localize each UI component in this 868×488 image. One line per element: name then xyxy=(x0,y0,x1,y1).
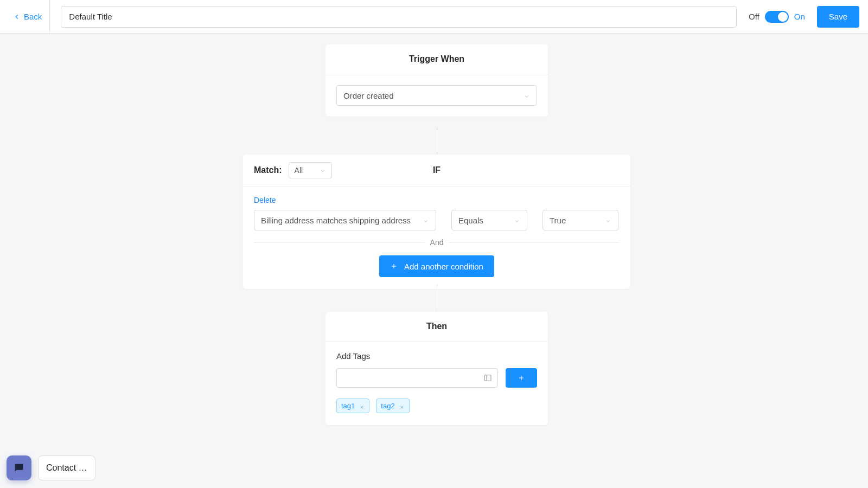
trigger-select[interactable]: Order created xyxy=(336,85,537,106)
enable-toggle[interactable] xyxy=(765,11,789,23)
tag-chip-label: tag1 xyxy=(341,402,355,410)
condition-operator-value: Equals xyxy=(458,216,483,225)
toggle-on-label: On xyxy=(794,12,805,21)
and-label: And xyxy=(430,238,444,247)
if-title: IF xyxy=(433,165,441,175)
svg-rect-0 xyxy=(484,375,491,381)
add-condition-label: Add another condition xyxy=(404,262,483,271)
title-input[interactable] xyxy=(61,6,737,28)
chat-bubble-button[interactable] xyxy=(7,455,31,480)
connector-line xyxy=(437,285,437,312)
tag-chip: tag1 xyxy=(336,399,369,413)
condition-value-select[interactable]: True xyxy=(542,210,618,230)
trigger-header: Trigger When xyxy=(326,44,548,74)
add-tag-button[interactable] xyxy=(506,368,537,388)
contact-button[interactable]: Contact … xyxy=(38,455,95,480)
tag-chip-label: tag2 xyxy=(381,402,394,410)
chevron-down-icon xyxy=(320,167,326,174)
match-label: Match: xyxy=(254,165,282,175)
divider-line xyxy=(449,242,620,243)
then-header: Then xyxy=(326,312,548,342)
chevron-down-icon xyxy=(514,217,520,223)
tag-chip: tag2 xyxy=(376,399,409,413)
delete-link[interactable]: Delete xyxy=(254,196,276,204)
contact-label: Contact … xyxy=(46,463,87,473)
then-card: Then Add Tags tag1 xyxy=(326,312,548,425)
close-icon[interactable] xyxy=(399,403,405,409)
tag-input[interactable] xyxy=(336,368,498,388)
back-label: Back xyxy=(24,12,42,21)
if-card: Match: All IF Delete Billing address mat… xyxy=(243,155,630,289)
close-icon[interactable] xyxy=(359,403,365,409)
chevron-down-icon xyxy=(524,92,530,99)
tag-picker-icon xyxy=(483,374,492,382)
trigger-card: Trigger When Order created xyxy=(326,44,548,117)
trigger-select-value: Order created xyxy=(343,91,394,100)
condition-field-select[interactable]: Billing address matches shipping address xyxy=(254,210,436,230)
match-select-value: All xyxy=(295,166,303,175)
match-select[interactable]: All xyxy=(289,162,332,178)
arrow-left-icon xyxy=(13,13,21,21)
plus-icon xyxy=(518,374,525,382)
back-button[interactable]: Back xyxy=(5,0,50,34)
chevron-down-icon xyxy=(605,217,611,223)
add-tags-label: Add Tags xyxy=(336,351,537,361)
chevron-down-icon xyxy=(423,217,429,223)
divider-line xyxy=(254,242,425,243)
chat-icon xyxy=(13,462,25,474)
condition-value-value: True xyxy=(550,216,566,225)
condition-field-value: Billing address matches shipping address xyxy=(261,216,411,225)
connector-line xyxy=(437,127,437,155)
toggle-off-label: Off xyxy=(749,12,760,21)
plus-icon xyxy=(390,262,398,270)
condition-operator-select[interactable]: Equals xyxy=(451,210,527,230)
save-button[interactable]: Save xyxy=(817,6,859,28)
add-condition-button[interactable]: Add another condition xyxy=(379,255,494,277)
